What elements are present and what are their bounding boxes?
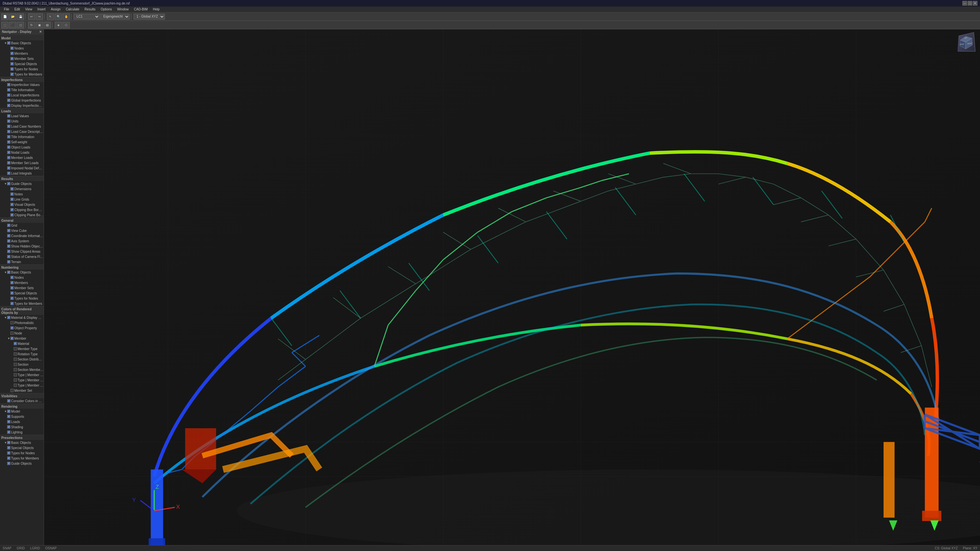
status-snap[interactable]: SNAP [3, 546, 11, 550]
cb-imperfection-values[interactable] [7, 83, 10, 86]
tree-loadcase-descriptions[interactable]: Load Case Descriptions [0, 129, 44, 134]
cb-type-member-nonlinearity[interactable] [14, 384, 17, 387]
tree-node-color[interactable]: Node [0, 330, 44, 336]
tree-hidden-objects[interactable]: Show Hidden Objects in Backgr... [0, 244, 44, 249]
cb-global-imperfections[interactable] [7, 98, 10, 102]
tree-member-type[interactable]: Member Type [0, 346, 44, 351]
tree-section-member-hinge[interactable]: Section Member Hinge [0, 367, 44, 372]
tree-num-special[interactable]: Special Objects [0, 291, 44, 296]
tree-load-values[interactable]: Load Values [0, 113, 44, 119]
menu-insert[interactable]: Insert [35, 6, 48, 12]
cb-show-clipped[interactable] [7, 250, 10, 253]
menu-cadbim[interactable]: CAD-BIM [131, 6, 150, 12]
view-cube-widget[interactable]: TOP FRONT RIGHT [956, 33, 976, 53]
cb-num-members[interactable] [10, 281, 14, 284]
tree-type-member-eccentricity[interactable]: Type | Member Eccentricity [0, 372, 44, 378]
menu-edit[interactable]: Edit [12, 6, 22, 12]
tb-view-dropdown[interactable]: 1 - Global XYZ [134, 14, 165, 19]
maximize-btn[interactable]: □ [967, 1, 972, 6]
cb-member-sets[interactable] [10, 57, 14, 60]
tree-nodes[interactable]: Nodes [0, 46, 44, 51]
tree-terrain[interactable]: Terrain [0, 259, 44, 264]
cb-notes[interactable] [10, 192, 14, 196]
tree-pre-special[interactable]: Special Objects [0, 445, 44, 450]
tree-camera-fly[interactable]: Status of Camera Fly Mode [0, 254, 44, 259]
tb-open[interactable]: 📂 [9, 13, 16, 20]
navigator-content[interactable]: Model ▼ Basic Objects Nodes Members Memb… [0, 35, 44, 545]
tree-num-types-members[interactable]: Types for Members [0, 301, 44, 306]
cb-object-loads[interactable] [7, 146, 10, 149]
tb-loadcase-dropdown[interactable]: LC1 [74, 14, 100, 19]
cb-display-imperfections[interactable] [7, 104, 10, 107]
tree-global-imperfections[interactable]: Global Imperfections [0, 98, 44, 103]
tree-pre-types-members[interactable]: Types for Members [0, 456, 44, 461]
tree-show-clipped[interactable]: Show Clipped Areas [0, 249, 44, 254]
tree-member-set-loads[interactable]: Member Set Loads [0, 160, 44, 165]
tree-clip-box[interactable]: Clipping Box Borders [0, 207, 44, 212]
cb-units[interactable] [7, 119, 10, 123]
tree-member-sets[interactable]: Member Sets [0, 56, 44, 61]
cb-self-weight[interactable] [7, 140, 10, 144]
tb-select[interactable]: ↖ [47, 13, 54, 20]
tree-visual-objects[interactable]: Visual Objects [0, 202, 44, 207]
tree-imposed-nodal[interactable]: Imposed Nodal Deformations [0, 165, 44, 171]
cb-render-supports[interactable] [7, 415, 10, 418]
cb-types-members[interactable] [10, 73, 14, 76]
cb-line-grids[interactable] [10, 198, 14, 201]
cb-view-cube[interactable] [7, 229, 10, 232]
tree-material-display[interactable]: ▼ Material & Display Properties [0, 315, 44, 320]
tb-redo[interactable]: ↪ [36, 13, 43, 20]
cb-section-distribution[interactable] [14, 357, 17, 361]
menu-results[interactable]: Results [82, 6, 98, 12]
cb-clip-plane[interactable] [10, 213, 14, 216]
cb-object-property[interactable] [10, 326, 14, 330]
cb-nodes[interactable] [10, 46, 14, 50]
tree-loadcase-numbers[interactable]: Load Case Numbers [0, 124, 44, 129]
menu-assign[interactable]: Assign [48, 6, 63, 12]
cb-num-types-members[interactable] [10, 302, 14, 305]
cb-title-info-loads[interactable] [7, 135, 10, 138]
menu-window[interactable]: Window [115, 6, 131, 12]
menu-view[interactable]: View [22, 6, 35, 12]
tree-line-grids[interactable]: Line Grids [0, 197, 44, 202]
tree-render-supports[interactable]: Supports [0, 414, 44, 419]
cb-wireframe-colors[interactable] [7, 399, 10, 402]
cb-member-set-loads[interactable] [7, 161, 10, 164]
tb2-wire[interactable]: ⬡ [62, 22, 70, 29]
close-btn[interactable]: ✕ [973, 1, 977, 6]
tree-num-basic[interactable]: ▼ Basic Objects [0, 270, 44, 275]
tree-special-objects[interactable]: Special Objects [0, 61, 44, 67]
cb-dimensions[interactable] [10, 187, 14, 191]
tb2-front[interactable]: ▣ [36, 22, 43, 29]
cb-clip-box[interactable] [10, 208, 14, 211]
tree-title-info-imp[interactable]: Title Information [0, 87, 44, 92]
tree-notes[interactable]: Notes [0, 192, 44, 197]
tree-nodal-loads[interactable]: Nodal Loads [0, 150, 44, 155]
tree-rotation-type[interactable]: Rotation Type [0, 351, 44, 357]
tree-render-model[interactable]: ▼ Model [0, 409, 44, 414]
tree-render-shading[interactable]: Shading [0, 424, 44, 430]
tree-render-lighting[interactable]: Lighting [0, 430, 44, 435]
tree-pre-types-nodes[interactable]: Types for Nodes [0, 450, 44, 456]
tree-grid[interactable]: Grid [0, 223, 44, 228]
tree-photorealistic[interactable]: Photorealistic [0, 320, 44, 326]
cb-types-nodes[interactable] [10, 67, 14, 71]
tb-zoom[interactable]: 🔍 [55, 13, 62, 20]
tree-local-imperfections[interactable]: Local Imperfections [0, 92, 44, 98]
tree-units[interactable]: Units [0, 119, 44, 124]
cb-grid[interactable] [7, 224, 10, 227]
window-controls[interactable]: ─ □ ✕ [963, 1, 977, 6]
cb-local-imperfections[interactable] [7, 94, 10, 97]
tree-pre-basic[interactable]: ▼ Basic Objects [0, 440, 44, 445]
tree-num-members[interactable]: Members [0, 280, 44, 285]
cb-member-loads[interactable] [7, 156, 10, 159]
cb-visual-objects[interactable] [10, 203, 14, 206]
cb-render-lighting[interactable] [7, 430, 10, 434]
cb-rotation-type[interactable] [14, 353, 17, 356]
tb2-btn2[interactable]: ⬛ [9, 22, 16, 29]
menu-file[interactable]: File [1, 6, 12, 12]
menu-help[interactable]: Help [150, 6, 162, 12]
cb-member-set-color[interactable] [10, 389, 14, 392]
cb-material[interactable] [14, 342, 17, 345]
status-lgrid[interactable]: LGRID [30, 546, 40, 550]
